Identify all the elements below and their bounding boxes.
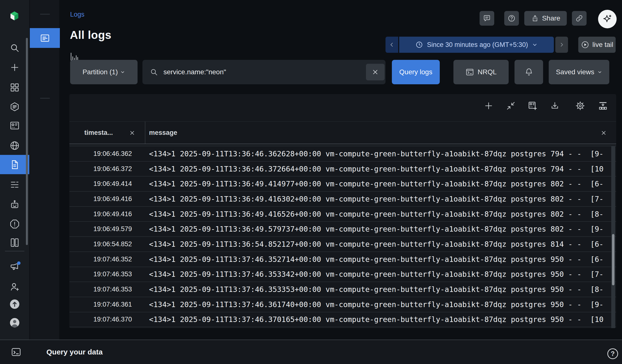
table-row[interactable]: 19:06:46.362 <134>1 2025-09-11T13:36:46.… (69, 146, 616, 161)
help-icon (507, 14, 516, 22)
help-fab-button[interactable]: ? (607, 348, 618, 359)
feedback-button[interactable] (480, 11, 494, 26)
query-logs-label: Query logs (399, 68, 432, 76)
row-message: <134>1 2025-09-11T13:37:46.370165+00:00 … (149, 315, 610, 324)
table-row[interactable]: 19:07:46.361 <134>1 2025-09-11T13:37:46.… (69, 297, 616, 312)
alerts-octagon-icon[interactable] (9, 219, 20, 230)
add-column-button[interactable] (483, 100, 494, 111)
table-row[interactable]: 19:07:46.353 <134>1 2025-09-11T13:37:46.… (69, 282, 616, 297)
header-separator (69, 144, 616, 144)
saved-views-label: Saved views (556, 68, 594, 76)
row-timestamp: 19:06:49.579 (69, 225, 132, 233)
search-clear-button[interactable] (366, 64, 385, 80)
plus-icon[interactable] (9, 62, 20, 73)
log-table-panel: timesta... message 19:06:46.362 <134>1 2… (69, 94, 616, 328)
close-icon (129, 130, 135, 136)
table-scrollbar-thumb[interactable] (612, 234, 614, 285)
infrastructure-icon[interactable] (9, 237, 20, 248)
row-timestamp: 19:07:46.353 (69, 270, 132, 278)
chevron-right-icon (559, 42, 564, 48)
remove-timestamp-column-button[interactable] (129, 122, 135, 144)
chevron-down-icon (532, 42, 538, 48)
column-header-timestamp[interactable]: timesta... (84, 122, 113, 144)
add-to-dashboard-button[interactable] (527, 100, 538, 111)
search-icon (150, 68, 158, 76)
subnav-item-all-logs-active[interactable] (30, 28, 60, 48)
alert-bell-button[interactable] (514, 60, 543, 84)
new-relic-logo[interactable] (9, 11, 20, 21)
nrql-button[interactable]: NRQL (453, 60, 509, 84)
remove-message-column-button[interactable] (601, 122, 607, 144)
row-timestamp: 19:06:49.414 (69, 180, 132, 188)
row-timestamp: 19:06:49.416 (69, 195, 132, 203)
query-your-data-label[interactable]: Query your data (46, 348, 103, 356)
globe-icon[interactable] (9, 140, 20, 151)
collapse-view-button[interactable] (505, 100, 516, 111)
help-fab-label: ? (611, 350, 615, 358)
page-title: All logs (70, 28, 111, 41)
column-divider[interactable] (145, 121, 145, 144)
table-row[interactable]: 19:06:54.852 <134>1 2025-09-11T13:36:54.… (69, 237, 616, 252)
live-tail-label: live tail (592, 41, 613, 49)
chevron-left-icon (389, 41, 395, 48)
distribute-fields-icon (598, 101, 608, 111)
clock-icon (415, 41, 423, 49)
row-timestamp: 19:07:46.353 (69, 286, 132, 293)
dashboards-icon[interactable] (9, 82, 20, 93)
download-button[interactable] (549, 100, 561, 111)
upload-icon[interactable] (9, 299, 20, 309)
share-icon (531, 14, 539, 22)
browser-card-icon[interactable] (9, 120, 20, 131)
breadcrumb-logs-link[interactable]: Logs (70, 11, 84, 18)
share-button[interactable]: Share (524, 11, 567, 26)
row-timestamp: 19:06:46.372 (69, 165, 132, 173)
apm-hexagon-icon[interactable] (9, 101, 20, 112)
terminal-icon (11, 347, 21, 357)
add-user-icon[interactable] (9, 281, 20, 292)
user-avatar[interactable] (9, 317, 20, 328)
table-row[interactable]: 19:06:49.416 <134>1 2025-09-11T13:36:49.… (69, 207, 616, 222)
table-row[interactable]: 19:07:46.370 <134>1 2025-09-11T13:37:46.… (69, 312, 616, 327)
row-message: <134>1 2025-09-11T13:37:46.353353+00:00 … (149, 285, 610, 294)
table-row[interactable]: 19:07:46.352 <134>1 2025-09-11T13:37:46.… (69, 252, 616, 267)
row-message: <134>1 2025-09-11T13:36:49.579737+00:00 … (149, 225, 610, 233)
log-search-field[interactable] (142, 60, 386, 84)
ai-assistant-button[interactable] (598, 10, 617, 28)
permalink-button[interactable] (572, 11, 586, 26)
table-settings-button[interactable] (575, 100, 586, 111)
partition-label: Partition (1) (83, 68, 118, 76)
row-message: <134>1 2025-09-11T13:37:46.353342+00:00 … (149, 270, 610, 279)
traces-icon[interactable] (9, 179, 20, 190)
table-row[interactable]: 19:06:49.414 <134>1 2025-09-11T13:36:49.… (69, 176, 616, 192)
terminal-icon (466, 68, 474, 77)
close-icon (371, 68, 379, 76)
sidebar-divider (5, 251, 24, 251)
query-logs-button[interactable]: Query logs (392, 60, 440, 84)
saved-views-dropdown[interactable]: Saved views (549, 60, 609, 84)
log-rows: 19:06:46.362 <134>1 2025-09-11T13:36:46.… (69, 146, 616, 327)
query-your-data-bar[interactable]: Query your data (0, 340, 622, 364)
partition-dropdown[interactable]: Partition (1) (70, 60, 137, 84)
time-forward-button[interactable] (555, 37, 568, 53)
ai-robot-icon[interactable] (9, 199, 20, 210)
live-tail-button[interactable]: live tail (578, 37, 616, 53)
search-icon[interactable] (9, 42, 20, 53)
dashboard-add-icon (527, 101, 538, 111)
row-timestamp: 19:07:46.352 (69, 255, 132, 263)
table-row[interactable]: 19:06:49.579 <134>1 2025-09-11T13:36:49.… (69, 222, 616, 237)
table-row[interactable]: 19:06:46.372 <134>1 2025-09-11T13:36:46.… (69, 161, 616, 177)
column-header-message[interactable]: message (149, 122, 177, 144)
table-row[interactable]: 19:07:46.353 <134>1 2025-09-11T13:37:46.… (69, 267, 616, 282)
sidebar-scrollbar[interactable] (26, 38, 28, 245)
help-button[interactable] (504, 11, 519, 26)
search-input[interactable] (163, 60, 359, 84)
row-message: <134>1 2025-09-11T13:36:49.414977+00:00 … (149, 180, 610, 188)
sidebar-item-logs-active[interactable] (0, 155, 29, 174)
row-timestamp: 19:07:46.361 (69, 301, 132, 308)
time-range-picker[interactable]: Since 30 minutes ago (GMT+5:30) (399, 37, 554, 53)
time-back-button[interactable] (386, 37, 398, 53)
gear-icon (575, 101, 585, 111)
plus-icon (484, 101, 493, 111)
group-fields-button[interactable] (597, 100, 609, 111)
table-row[interactable]: 19:06:49.416 <134>1 2025-09-11T13:36:49.… (69, 192, 616, 207)
